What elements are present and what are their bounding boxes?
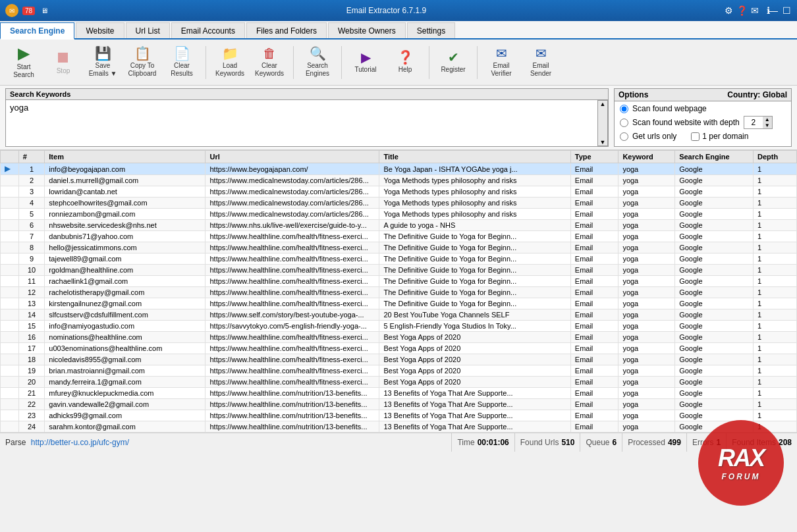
tab-search-engine[interactable]: Search Engine xyxy=(0,22,74,40)
tab-settings[interactable]: Settings xyxy=(407,22,455,38)
table-row[interactable]: 18 nicoledavis8955@gmail.com https://www… xyxy=(1,354,797,365)
row-item: danbubnis71@yahoo.com xyxy=(45,231,206,242)
get-urls-radio[interactable] xyxy=(620,132,628,141)
row-title: Best Yoga Apps of 2020 xyxy=(379,332,570,343)
table-row[interactable]: 16 nominations@healthline.com https://ww… xyxy=(1,332,797,343)
load-keywords-button[interactable]: 📁 LoadKeywords xyxy=(211,43,248,82)
row-num: 20 xyxy=(18,377,45,388)
table-row[interactable]: 14 slfcustserv@cdsfulfillment.com https:… xyxy=(1,309,797,321)
table-row[interactable]: ▶ 1 info@beyogajapan.com https://www.bey… xyxy=(1,163,797,175)
row-item: slfcustserv@cdsfulfillment.com xyxy=(45,309,206,321)
maximize-button[interactable]: ☐ xyxy=(781,5,792,16)
table-row[interactable]: 2 daniel.s.murrell@gmail.com https://www… xyxy=(1,175,797,186)
tab-files-folders[interactable]: Files and Folders xyxy=(246,22,327,38)
tray-icon-3[interactable]: ✉ xyxy=(750,5,760,16)
table-row[interactable]: 24 sarahm.kontor@gmail.com https://www.h… xyxy=(1,421,797,433)
queue-label: Queue xyxy=(586,438,609,447)
row-title: The Definitive Guide to Yoga for Beginn.… xyxy=(379,265,570,276)
per-domain-container: 1 per domain xyxy=(691,132,748,141)
per-domain-label: 1 per domain xyxy=(702,132,748,141)
found-items-label: Found Items xyxy=(732,438,776,447)
tab-website[interactable]: Website xyxy=(76,22,124,38)
email-sender-button[interactable]: ✉ EmailSender xyxy=(522,43,559,82)
row-arrow-cell xyxy=(1,410,19,421)
table-row[interactable]: 10 rgoldman@healthline.com https://www.h… xyxy=(1,265,797,276)
row-depth: 1 xyxy=(753,421,796,433)
table-row[interactable]: 20 mandy.ferreira.1@gmail.com https://ww… xyxy=(1,377,797,388)
email-verifier-label: EmailVerifier xyxy=(491,62,511,78)
row-num: 8 xyxy=(18,242,45,253)
row-item: rachaellink1@gmail.com xyxy=(45,276,206,287)
table-row[interactable]: 23 adhicks99@gmail.com https://www.healt… xyxy=(1,410,797,421)
depth-input[interactable] xyxy=(744,117,763,128)
table-row[interactable]: 13 kirstengailnunez@gmail.com https://ww… xyxy=(1,298,797,309)
window-controls[interactable]: — ☐ ✕ xyxy=(781,5,792,16)
col-url-header: Url xyxy=(206,151,379,163)
table-row[interactable]: 19 brian.mastroianni@gmail.com https://w… xyxy=(1,365,797,377)
save-emails-button[interactable]: 💾 SaveEmails ▼ xyxy=(84,43,121,82)
table-row[interactable]: 17 u003enominations@healthline.com https… xyxy=(1,343,797,354)
row-type: Email xyxy=(570,388,618,399)
register-button[interactable]: ✔ Register xyxy=(435,43,472,82)
row-arrow-cell xyxy=(1,321,19,332)
row-type: Email xyxy=(570,276,618,287)
tutorial-button[interactable]: ▶ Tutorial xyxy=(347,43,384,82)
row-url: https://www.medicalnewstoday.com/article… xyxy=(206,186,379,198)
table-row[interactable]: 8 hello@jessicatimmons.com https://www.h… xyxy=(1,242,797,253)
copy-clipboard-button[interactable]: 📋 Copy ToClipboard xyxy=(124,43,161,82)
table-row[interactable]: 6 nhswebsite.servicedesk@nhs.net https:/… xyxy=(1,220,797,231)
search-keywords-input[interactable]: yoga xyxy=(6,100,597,146)
stop-button[interactable]: ⏹ Stop xyxy=(45,43,82,82)
email-verifier-button[interactable]: ✉ EmailVerifier xyxy=(483,43,520,82)
load-keywords-label: LoadKeywords xyxy=(215,62,244,78)
title-bar-controls: ⚙ ❓ ✉ ℹ — ☐ ✕ xyxy=(723,5,792,16)
row-num: 15 xyxy=(18,321,45,332)
help-icon: ❓ xyxy=(397,51,414,64)
spinner-up[interactable]: ▲ xyxy=(763,117,772,122)
keywords-scrollbar[interactable]: ▲ ▼ xyxy=(597,100,608,146)
minimize-button[interactable]: — xyxy=(768,5,779,16)
table-row[interactable]: 21 mfurey@knucklepuckmedia.com https://w… xyxy=(1,388,797,399)
scan-webpage-radio[interactable] xyxy=(620,105,628,113)
per-domain-checkbox[interactable] xyxy=(691,132,700,141)
table-row[interactable]: 15 info@namiyogastudio.com https://savvy… xyxy=(1,321,797,332)
search-engines-button[interactable]: 🔍 SearchEngines xyxy=(299,43,336,82)
row-url: https://www.healthline.com/health/fitnes… xyxy=(206,332,379,343)
tray-icon-2[interactable]: ❓ xyxy=(736,5,747,16)
row-url: https://www.healthline.com/health/fitnes… xyxy=(206,276,379,287)
clear-keywords-button[interactable]: 🗑 ClearKeywords xyxy=(251,43,288,82)
row-keyword: yoga xyxy=(618,175,675,186)
row-title: 13 Benefits of Yoga That Are Supporte... xyxy=(379,388,570,399)
tray-icon-1[interactable]: ⚙ xyxy=(723,5,734,16)
clear-results-button[interactable]: 📄 ClearResults xyxy=(163,43,200,82)
help-button[interactable]: ❓ Help xyxy=(387,43,424,82)
depth-spinner[interactable]: ▲ ▼ xyxy=(744,116,773,129)
start-search-button[interactable]: ▶ StartSearch xyxy=(5,43,42,82)
scan-website-radio[interactable] xyxy=(620,119,628,127)
row-engine: Google xyxy=(675,220,754,231)
table-row[interactable]: 9 tajewell89@gmail.com https://www.healt… xyxy=(1,253,797,265)
spinner-down[interactable]: ▼ xyxy=(763,122,772,128)
table-row[interactable]: 22 gavin.vandewalle2@gmail.com https://w… xyxy=(1,399,797,410)
tab-website-owners[interactable]: Website Owners xyxy=(328,22,406,38)
queue-value: 6 xyxy=(612,438,617,447)
table-row[interactable]: 3 lowridan@cantab.net https://www.medica… xyxy=(1,186,797,198)
close-button[interactable]: ✕ xyxy=(794,5,797,16)
row-arrow-cell xyxy=(1,253,19,265)
row-num: 5 xyxy=(18,209,45,220)
row-item: info@beyogajapan.com xyxy=(45,163,206,175)
table-row[interactable]: 11 rachaellink1@gmail.com https://www.he… xyxy=(1,276,797,287)
table-row[interactable]: 7 danbubnis71@yahoo.com https://www.heal… xyxy=(1,231,797,242)
row-keyword: yoga xyxy=(618,309,675,321)
scroll-up-icon[interactable]: ▲ xyxy=(600,101,606,107)
table-row[interactable]: 4 stephcoelhowrites@gmail.com https://ww… xyxy=(1,198,797,209)
table-row[interactable]: 5 ronniezambon@gmail.com https://www.med… xyxy=(1,209,797,220)
row-type: Email xyxy=(570,265,618,276)
tab-email-accounts[interactable]: Email Accounts xyxy=(171,22,245,38)
app-icon: ✉ xyxy=(5,4,18,17)
register-label: Register xyxy=(441,66,465,74)
table-row[interactable]: 12 rachelotistherapy@gmail.com https://w… xyxy=(1,287,797,298)
scroll-down-icon[interactable]: ▼ xyxy=(600,139,606,146)
row-item: brian.mastroianni@gmail.com xyxy=(45,365,206,377)
tab-url-list[interactable]: Url List xyxy=(126,22,170,38)
